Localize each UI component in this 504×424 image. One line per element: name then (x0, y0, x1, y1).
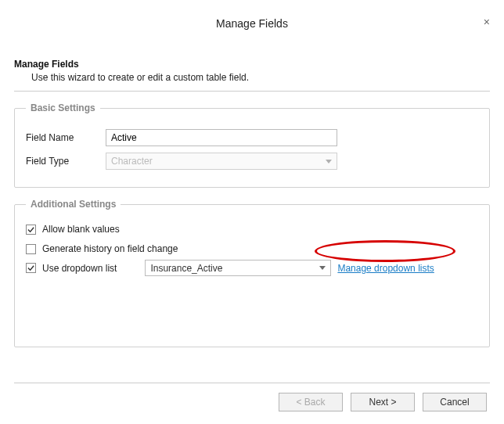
use-dropdown-label: Use dropdown list (42, 263, 117, 274)
additional-settings-legend: Additional Settings (26, 199, 121, 210)
footer-divider (14, 383, 490, 383)
allow-blank-label: Allow blank values (42, 224, 120, 235)
checkmark-icon (27, 264, 34, 271)
cancel-button[interactable]: Cancel (423, 393, 487, 411)
generate-history-label: Generate history on field change (42, 243, 178, 254)
basic-settings-legend: Basic Settings (26, 102, 100, 113)
next-button[interactable]: Next > (351, 393, 415, 411)
generate-history-checkbox[interactable] (26, 244, 36, 254)
close-icon[interactable]: × (484, 16, 490, 28)
manage-dropdown-lists-link[interactable]: Manage dropdown lists (337, 263, 434, 274)
back-button: < Back (279, 393, 343, 411)
intro-subtext: Use this wizard to create or edit a cust… (31, 72, 490, 83)
field-type-label: Field Type (26, 156, 106, 167)
field-name-label: Field Name (26, 132, 106, 143)
dropdown-list-value: Insurance_Active (150, 263, 222, 274)
field-type-select: Character (106, 153, 337, 170)
chevron-down-icon (326, 160, 332, 163)
dropdown-list-select[interactable]: Insurance_Active (145, 260, 331, 276)
dialog-title: Manage Fields (216, 17, 288, 30)
field-type-value: Character (111, 156, 153, 167)
allow-blank-checkbox[interactable] (26, 225, 36, 235)
basic-settings-group: Basic Settings Field Name Field Type Cha… (14, 102, 490, 188)
header-divider (14, 91, 490, 92)
chevron-down-icon (319, 266, 326, 270)
intro-heading: Manage Fields (14, 59, 490, 70)
use-dropdown-checkbox[interactable] (26, 263, 36, 273)
checkmark-icon (27, 226, 34, 233)
field-name-input[interactable] (106, 129, 337, 146)
additional-settings-group: Additional Settings Allow blank values G… (14, 199, 490, 347)
